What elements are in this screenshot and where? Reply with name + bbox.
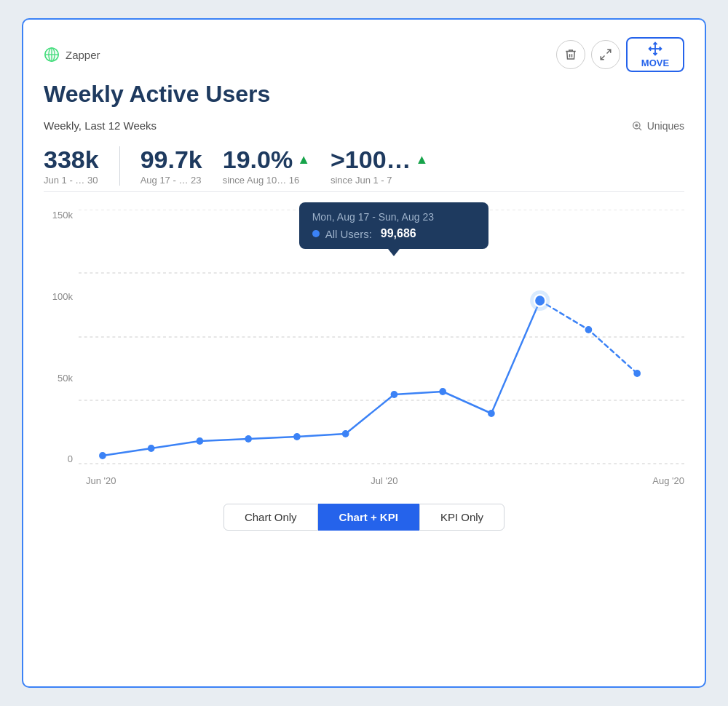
toggle-chart-only[interactable]: Chart Only [223,504,318,531]
kpi-value-1: 99.7k [141,146,202,173]
chart-dot-1 [148,445,155,452]
y-label-100k: 100k [44,291,73,302]
chart-dot-8 [488,410,495,417]
resize-button[interactable] [591,40,620,69]
chart-dot-5 [342,430,349,437]
kpi-item-1: 99.7k Aug 17 - … 23 [141,146,223,186]
chart-dot-6 [391,391,398,398]
uniques-label: Uniques [647,120,684,132]
toggle-kpi-only[interactable]: KPI Only [419,504,505,531]
view-toggle: Chart Only Chart + KPI KPI Only [44,504,684,531]
subtitle-row: Weekly, Last 12 Weeks Uniques [44,119,684,132]
chart-dot-7 [439,388,446,395]
kpi-item-0: 338k Jun 1 - … 30 [44,146,120,186]
kpi-item-2: 19.0% ▲ since Aug 10… 16 [223,146,331,186]
kpi-label-1: Aug 17 - … 23 [141,175,202,186]
move-label: MOVE [641,57,669,68]
svg-line-5 [607,49,611,53]
uniques-button[interactable]: Uniques [631,120,684,132]
move-button[interactable]: MOVE [626,37,684,72]
y-label-150k: 150k [44,210,73,221]
chart-title: Weekly Active Users [44,81,684,108]
arrow-up-icon-3: ▲ [416,152,429,167]
chart-dot-4 [293,433,301,440]
kpi-item-3: >100… ▲ since Jun 1 - 7 [331,146,448,186]
line-chart-svg [79,210,684,464]
chart-dot-11 [633,370,641,377]
chart-dot-2 [197,437,204,445]
svg-point-11 [635,124,638,127]
kpi-value-3: >100… [331,146,411,173]
x-label-aug: Aug '20 [652,475,684,486]
chart-subtitle: Weekly, Last 12 Weeks [44,119,157,132]
svg-point-4 [45,48,58,61]
card-header: Zapper [44,37,684,72]
kpi-value-0: 338k [44,146,99,173]
brand-name: Zapper [66,49,100,61]
x-label-jul: Jul '20 [371,475,397,486]
kpi-row: 338k Jun 1 - … 30 99.7k Aug 17 - … 23 19… [44,146,684,192]
chart-dot-3 [245,435,252,443]
kpi-value-2: 19.0% [223,146,293,173]
kpi-label-2: since Aug 10… 16 [223,175,300,186]
chart-active-dot [534,295,545,306]
kpi-label-0: Jun 1 - … 30 [44,175,98,186]
delete-button[interactable] [556,40,585,69]
chart-inner: Mon, Aug 17 - Sun, Aug 23 All Users: 99,… [79,210,684,464]
brand-label: Zapper [44,47,100,63]
arrow-up-icon-2: ▲ [297,152,310,167]
chart-dot-0 [99,452,106,459]
y-label-0: 0 [44,453,73,464]
header-actions: MOVE [556,37,684,72]
x-axis: Jun '20 Jul '20 Aug '20 [79,475,684,486]
x-label-jun: Jun '20 [86,475,116,486]
svg-line-10 [639,128,641,130]
y-axis: 150k 100k 50k 0 [44,210,73,464]
kpi-label-3: since Jun 1 - 7 [331,175,392,186]
chart-dot-10 [585,326,593,333]
globe-icon [44,47,60,63]
y-label-50k: 50k [44,373,73,384]
svg-line-6 [601,56,604,60]
widget-card: Zapper [22,18,706,688]
toggle-chart-kpi[interactable]: Chart + KPI [318,504,419,531]
chart-area: 150k 100k 50k 0 [44,210,684,486]
